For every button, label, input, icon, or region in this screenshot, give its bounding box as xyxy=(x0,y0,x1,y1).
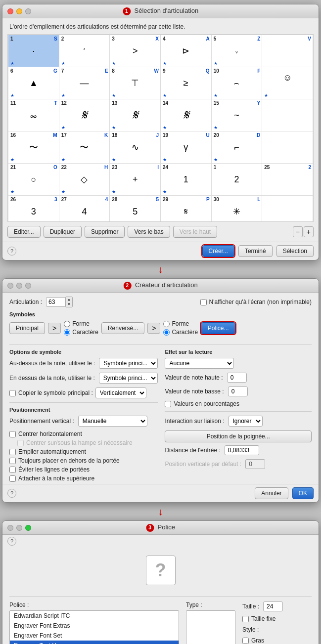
maximize-button-3[interactable] xyxy=(25,525,31,531)
font-item-edwardian[interactable]: Edwardian Script ITC xyxy=(10,611,179,621)
grid-cell[interactable]: 26 3 3 ★ xyxy=(8,196,59,222)
delete-button[interactable]: Supprimer xyxy=(85,226,125,238)
form-radio-input-left[interactable] xyxy=(64,321,70,327)
grid-cell[interactable]: ☺ ★ xyxy=(262,67,313,99)
char-radio-input-left[interactable] xyxy=(64,329,70,336)
default-vert-input[interactable] xyxy=(245,459,265,469)
arrow-btn-left[interactable]: > xyxy=(48,323,61,334)
grid-cell[interactable]: 14 𝄋 ★ xyxy=(160,99,211,131)
font-listbox[interactable]: Edwardian Script ITC Engraver Font Extra… xyxy=(9,610,179,644)
close-button-2[interactable] xyxy=(7,283,13,289)
up-button[interactable]: Vers le haut xyxy=(173,226,217,238)
size-input[interactable] xyxy=(263,601,283,611)
char-radio-left[interactable]: Caractère xyxy=(64,329,98,336)
grid-cell[interactable] xyxy=(262,99,313,131)
percent-checkbox[interactable] xyxy=(165,401,171,407)
grid-cell[interactable]: 2 ʼ ★ xyxy=(59,35,110,67)
cancel-button-2[interactable]: Annuler xyxy=(255,487,288,499)
reversed-button[interactable]: Renversé... xyxy=(101,322,144,334)
maximize-button-2[interactable] xyxy=(25,283,31,289)
char-radio-input-right[interactable] xyxy=(163,329,170,336)
ok-button-2[interactable]: OK xyxy=(292,487,314,499)
principal-button[interactable]: Principal xyxy=(9,322,45,334)
selection-button[interactable]: Sélection xyxy=(276,245,314,257)
grid-cell[interactable]: 30 L ✳ ★ xyxy=(211,196,262,222)
police-button[interactable]: Police... xyxy=(201,322,235,334)
distance-input[interactable] xyxy=(225,445,259,455)
grid-cell[interactable]: 5 Z ᵥ ★ xyxy=(211,35,262,67)
copy-main-checkbox[interactable] xyxy=(9,390,16,396)
grid-cell[interactable]: 1 2 xyxy=(211,164,262,196)
articulation-grid[interactable]: 1 S · ★ 2 ʼ ★ 3 X > ★ xyxy=(7,34,314,222)
screen-only-checkbox[interactable] xyxy=(200,299,207,305)
center-stem-checkbox[interactable] xyxy=(17,440,24,446)
help-button-2[interactable]: ? xyxy=(7,489,16,498)
grid-cell[interactable]: 27 4 4 ★ xyxy=(59,196,110,222)
grid-cell[interactable]: 25 2 xyxy=(262,164,313,196)
copy-main-select[interactable]: Verticalement xyxy=(95,387,146,398)
minimize-button-2[interactable] xyxy=(16,283,22,289)
grid-cell[interactable]: 17 K 〜 ★ xyxy=(59,131,110,164)
grid-cell[interactable]: 19 U γ ★ xyxy=(160,131,211,164)
font-item-texth[interactable]: Engraver Text H xyxy=(10,641,179,644)
grid-cell[interactable]: 4 A ⊳ ★ xyxy=(160,35,211,67)
grid-cell[interactable]: 13 𝄋 ★ xyxy=(110,99,161,131)
outside-staff-checkbox[interactable] xyxy=(9,458,16,464)
font-item-extras[interactable]: Engraver Font Extras xyxy=(10,621,179,631)
down-button[interactable]: Vers le bas xyxy=(128,226,170,238)
maximize-button-1[interactable] xyxy=(25,8,31,14)
interaction-select[interactable]: Ignorer xyxy=(229,416,263,427)
grid-cell[interactable]: 7 E — ★ xyxy=(59,67,110,99)
grid-cell[interactable]: 8 W ⊤ ★ xyxy=(110,67,161,99)
minimize-button-1[interactable] xyxy=(16,8,22,14)
grid-cell[interactable] xyxy=(262,196,313,222)
grid-cell[interactable]: 22 H ◇ ★ xyxy=(59,164,110,196)
auto-stack-checkbox[interactable] xyxy=(9,449,16,455)
form-radio-right[interactable]: Forme xyxy=(163,320,198,327)
grid-cell[interactable]: 18 J ∿ ★ xyxy=(110,131,161,164)
grid-cell[interactable]: V xyxy=(262,35,313,67)
grid-cell[interactable]: 21 O ○ ★ xyxy=(8,164,59,196)
font-item-set[interactable]: Engraver Font Set xyxy=(10,631,179,641)
vertical-pos-select[interactable]: Manuelle xyxy=(78,416,147,427)
center-h-checkbox[interactable] xyxy=(9,431,16,437)
close-button-3[interactable] xyxy=(7,525,13,531)
form-radio-left[interactable]: Forme xyxy=(64,320,98,327)
grid-cell[interactable]: 9 Q ≥ ★ xyxy=(160,67,211,99)
form-radio-input-right[interactable] xyxy=(163,321,170,327)
articulation-input[interactable] xyxy=(46,297,66,307)
grid-cell[interactable]: 23 I + ★ xyxy=(110,164,161,196)
grid-cell[interactable]: 28 5 5 ★ xyxy=(110,196,161,222)
help-button-1[interactable]: ? xyxy=(7,247,16,256)
done-button[interactable]: Terminé xyxy=(238,245,273,257)
grid-cell[interactable]: 11 T 𝆗 xyxy=(8,99,59,131)
grid-cell[interactable]: 24 1 ★ xyxy=(160,164,211,196)
create-button[interactable]: Créer... xyxy=(202,245,234,257)
help-button-3[interactable]: ? xyxy=(7,537,16,546)
attach-top-checkbox[interactable] xyxy=(9,475,16,482)
edit-button[interactable]: Editer... xyxy=(7,226,41,238)
grid-cell[interactable] xyxy=(262,131,313,164)
grid-cell[interactable]: 10 F ⌢ ★ xyxy=(211,67,262,99)
grid-cell[interactable]: 6 G ▲ ★ xyxy=(8,67,59,99)
type-listbox[interactable] xyxy=(186,610,235,644)
grid-cell[interactable]: 12 𝄋 ★ xyxy=(59,99,110,131)
minimize-button-3[interactable] xyxy=(16,525,22,531)
grid-cell[interactable]: 3 X > ★ xyxy=(110,35,161,67)
fixed-size-checkbox[interactable] xyxy=(242,616,249,622)
articulation-stepper[interactable]: ▲ ▼ xyxy=(46,297,73,307)
on-note-select[interactable]: Symbole princi... xyxy=(99,373,158,384)
bold-checkbox[interactable] xyxy=(242,638,249,644)
step-down[interactable]: ▼ xyxy=(66,302,72,307)
low-note-input[interactable] xyxy=(228,386,248,396)
grid-cell[interactable]: 29 P 𝄋 ★ xyxy=(160,196,211,222)
grid-cell[interactable]: 16 M 〜 ★ xyxy=(8,131,59,164)
grid-cell[interactable]: 15 Y ~ ★ xyxy=(211,99,262,131)
arrow-btn-right[interactable]: > xyxy=(147,323,160,334)
duplicate-button[interactable]: Dupliquer xyxy=(44,226,82,238)
zoom-in-button[interactable]: + xyxy=(304,226,314,237)
close-button-1[interactable] xyxy=(7,8,13,14)
zoom-out-button[interactable]: − xyxy=(293,226,303,237)
avoid-lines-checkbox[interactable] xyxy=(9,467,16,473)
step-up[interactable]: ▲ xyxy=(66,297,72,302)
